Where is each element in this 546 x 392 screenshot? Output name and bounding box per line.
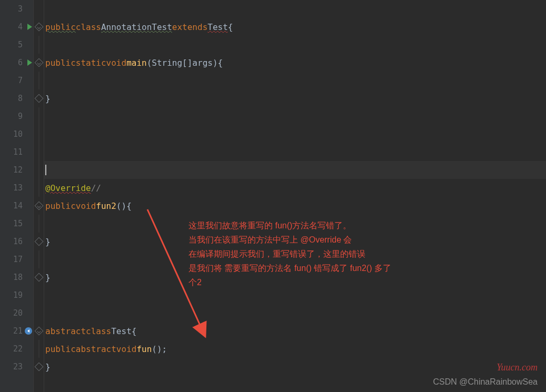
code-line[interactable]: public abstract void fun();: [44, 340, 546, 358]
code-line-current[interactable]: [44, 161, 546, 179]
gutter-row[interactable]: 22: [0, 340, 33, 358]
gutter-row[interactable]: 8: [0, 89, 33, 107]
code-line[interactable]: }: [44, 89, 546, 107]
gutter-row[interactable]: 13: [0, 179, 33, 197]
gutter: 3 4 5 6 7 8 9 10 11 12 13 14 15 16 17 18…: [0, 0, 34, 392]
code-line[interactable]: public void fun2() {: [44, 197, 546, 215]
line-number: 11: [13, 147, 23, 157]
gutter-row[interactable]: 19: [0, 286, 33, 304]
caret-icon: [45, 165, 46, 175]
annotation-line: 个2: [188, 275, 483, 289]
line-number: 23: [13, 362, 23, 371]
gutter-row[interactable]: 14: [0, 197, 33, 215]
gutter-row[interactable]: 5: [0, 36, 33, 54]
annotation-line: 当我们在该重写的方法中写上 @Override 会: [188, 233, 483, 247]
gutter-row[interactable]: 7: [0, 72, 33, 89]
fold-handle-icon[interactable]: [34, 94, 43, 103]
code-line[interactable]: [44, 0, 546, 18]
fold-handle-icon[interactable]: [34, 23, 43, 32]
fold-handle-icon[interactable]: [34, 237, 43, 246]
line-number: 19: [13, 290, 23, 300]
gutter-row[interactable]: 12: [0, 161, 33, 179]
code-line[interactable]: [44, 72, 546, 89]
fold-handle-icon[interactable]: [34, 58, 43, 67]
annotation-line: 是我们将 需要重写的方法名 fun() 错写成了 fun2() 多了: [188, 261, 483, 275]
gutter-row[interactable]: 9: [0, 107, 33, 125]
line-number: 17: [13, 255, 23, 264]
gutter-row[interactable]: 21↓: [0, 322, 33, 340]
gutter-row[interactable]: 20: [0, 304, 33, 322]
line-number: 14: [13, 201, 23, 210]
watermark: CSDN @ChinaRainbowSea: [433, 377, 538, 387]
line-number: 16: [13, 237, 23, 246]
line-number: 18: [13, 273, 23, 282]
code-line[interactable]: [44, 107, 546, 125]
fold-handle-icon[interactable]: [34, 363, 43, 371]
line-number: 10: [13, 129, 23, 139]
gutter-row[interactable]: 18: [0, 268, 33, 286]
gutter-row[interactable]: 17: [0, 250, 33, 268]
gutter-row[interactable]: 3: [0, 0, 33, 18]
gutter-row[interactable]: 23: [0, 358, 33, 376]
gutter-row[interactable]: 6: [0, 54, 33, 72]
run-icon[interactable]: [27, 24, 32, 30]
line-number: 8: [18, 94, 23, 103]
code-line[interactable]: }: [44, 358, 546, 376]
watermark: Yuucn.com: [497, 362, 538, 373]
code-area[interactable]: public class AnnotationTest extends Test…: [44, 0, 546, 392]
code-line[interactable]: abstract class Test {: [44, 322, 546, 340]
fold-handle-icon[interactable]: [34, 327, 43, 336]
code-line[interactable]: [44, 304, 546, 322]
line-number: 20: [13, 308, 23, 318]
annotation-text: 这里我们故意将重写的 fun()方法名写错了。 当我们在该重写的方法中写上 @O…: [188, 218, 483, 289]
gutter-row[interactable]: 4: [0, 18, 33, 36]
code-line[interactable]: [44, 125, 546, 143]
line-number: 21: [13, 326, 23, 336]
line-number: 6: [18, 58, 23, 67]
gutter-row[interactable]: 10: [0, 125, 33, 143]
annotation-line: 在编译期间提示我们，重写错误了，这里的错误: [188, 247, 483, 261]
code-line[interactable]: public class AnnotationTest extends Test…: [44, 18, 546, 36]
line-number: 12: [13, 165, 23, 175]
run-icon[interactable]: [27, 59, 32, 66]
line-number: 13: [13, 183, 23, 193]
code-line[interactable]: public static void main(String[] args) {: [44, 54, 546, 72]
code-line[interactable]: [44, 143, 546, 161]
line-number: 4: [18, 22, 23, 32]
line-number: 15: [13, 219, 23, 228]
code-line[interactable]: [44, 36, 546, 54]
line-number: 3: [18, 4, 23, 14]
line-number: 9: [18, 112, 23, 121]
gutter-row[interactable]: 15: [0, 215, 33, 233]
line-number: 7: [18, 76, 23, 85]
annotation-line: 这里我们故意将重写的 fun()方法名写错了。: [188, 218, 483, 233]
code-line[interactable]: @Override //: [44, 179, 546, 197]
line-number: 22: [13, 344, 23, 354]
fold-column: [34, 0, 44, 392]
fold-handle-icon[interactable]: [34, 273, 43, 282]
override-icon[interactable]: [25, 327, 32, 335]
code-editor: 3 4 5 6 7 8 9 10 11 12 13 14 15 16 17 18…: [0, 0, 546, 392]
gutter-row[interactable]: 16: [0, 233, 33, 250]
line-number: 5: [18, 40, 23, 49]
gutter-row[interactable]: 11: [0, 143, 33, 161]
fold-handle-icon[interactable]: [34, 202, 43, 210]
